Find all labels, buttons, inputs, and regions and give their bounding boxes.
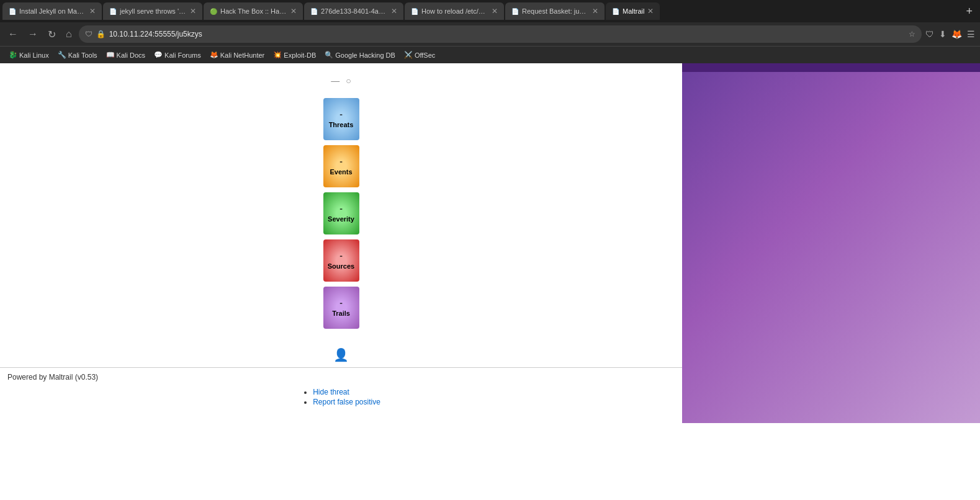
tab-label: Maltrail: [623, 7, 644, 15]
home-button[interactable]: ⌂: [63, 27, 75, 41]
bookmark-kali-tools[interactable]: 🔧 Kali Tools: [54, 50, 101, 60]
tab-tab4[interactable]: 📄 276de133-8401-4a33-9d19-c ✕: [304, 2, 403, 20]
tab-tab6[interactable]: 📄 Request Basket: ju5kzys ✕: [505, 2, 605, 20]
nav-bar: ← → ↻ ⌂ 🛡 🔒 10.10.11.224:55555/ju5kzys ☆…: [0, 22, 980, 46]
stat-box-sources[interactable]: - Sources: [323, 239, 359, 282]
bookmark-kali-linux[interactable]: 🐉 Kali Linux: [5, 50, 53, 60]
tab-close-button[interactable]: ✕: [89, 7, 96, 16]
menu-icon[interactable]: ☰: [967, 29, 975, 39]
reload-button[interactable]: ↻: [45, 27, 59, 42]
forward-button[interactable]: →: [25, 27, 41, 41]
bookmark-kali-docs[interactable]: 📖 Kali Docs: [102, 50, 149, 60]
tab-close-button[interactable]: ✕: [391, 7, 397, 16]
toggle-row: — ○: [331, 76, 351, 86]
address-bar[interactable]: 🛡 🔒 10.10.11.224:55555/ju5kzys ☆: [79, 25, 922, 43]
bookmark-kali-forums[interactable]: 💬 Kali Forums: [150, 50, 205, 60]
bookmark-icon: 🔧: [58, 51, 66, 59]
stat-label-trails: Trails: [332, 310, 350, 317]
stat-value-events: -: [339, 157, 343, 166]
stat-box-trails[interactable]: - Trails: [323, 287, 359, 329]
nav-right-icons: 🛡 ⬇ 🦊 ☰: [925, 29, 975, 39]
stat-box-severity[interactable]: - Severity: [323, 192, 359, 234]
tab-favicon: 📄: [511, 8, 519, 15]
bookmark-icon: 🦊: [210, 51, 218, 59]
tab-favicon: 📄: [411, 8, 418, 15]
bookmark-label: Kali Forums: [164, 51, 201, 59]
stat-label-sources: Sources: [328, 262, 354, 270]
shield-right-icon: 🛡: [925, 29, 934, 39]
stat-value-severity: -: [339, 204, 343, 213]
bookmark-label: Google Hacking DB: [335, 51, 395, 59]
bookmark-kali-nethunter[interactable]: 🦊 Kali NetHunter: [206, 50, 269, 60]
bookmark-label: Kali Linux: [19, 51, 49, 59]
right-panel: [682, 63, 980, 423]
footer-area: 👤 Powered by Maltrail (v0.53) Hide threa…: [0, 341, 682, 410]
browser-chrome: 📄 Install Jekyll on Mac | Jeky ✕📄 jekyll…: [0, 0, 980, 63]
report-icon[interactable]: 👤: [333, 347, 349, 362]
bookmarks-bar: 🐉 Kali Linux🔧 Kali Tools📖 Kali Docs💬 Kal…: [0, 46, 980, 63]
bookmark-label: Exploit-DB: [284, 51, 316, 59]
page-content: — ○ - Threats- Events- Severity- Sources…: [0, 63, 980, 423]
tab-label: Install Jekyll on Mac | Jeky: [19, 7, 86, 15]
bookmark-label: Kali Docs: [117, 51, 145, 59]
tab-label: Hack The Box :: Hack The: [220, 7, 287, 15]
stat-boxes: - Threats- Events- Severity- Sources- Tr…: [323, 98, 359, 329]
tab-close-button[interactable]: ✕: [492, 7, 498, 16]
bookmark-label: Kali Tools: [68, 51, 97, 59]
tab-tab3[interactable]: 🟢 Hack The Box :: Hack The ✕: [204, 2, 303, 20]
bookmark-icon: 🔍: [325, 51, 333, 59]
bookmark-icon: 🐉: [9, 51, 17, 59]
right-panel-header: [682, 63, 980, 72]
stat-label-events: Events: [330, 168, 352, 176]
tab-favicon: 📄: [109, 8, 117, 15]
bookmark-google-hacking-db[interactable]: 🔍 Google Hacking DB: [321, 50, 399, 60]
footer-links: Hide threatReport false positive: [294, 385, 388, 410]
tab-favicon: 🟢: [210, 8, 217, 15]
address-text: 10.10.11.224:55555/ju5kzys: [109, 30, 905, 38]
stat-box-threats[interactable]: - Threats: [323, 98, 359, 140]
tab-tab5[interactable]: 📄 How to reload /etc/hosts ✕: [405, 2, 504, 20]
footer-link-anchor[interactable]: Report false positive: [313, 398, 380, 406]
tab-favicon: 📄: [310, 8, 318, 15]
bookmark-offsec[interactable]: ⚔️ OffSec: [400, 50, 439, 60]
tab-close-button[interactable]: ✕: [290, 7, 297, 16]
bookmark-icon: 💬: [154, 51, 163, 59]
tab-bar: 📄 Install Jekyll on Mac | Jeky ✕📄 jekyll…: [0, 0, 980, 22]
footer-link-anchor[interactable]: Hide threat: [313, 388, 349, 396]
footer-link-hide-threat[interactable]: Hide threat: [313, 388, 380, 396]
bookmark-exploit-db[interactable]: 💥 Exploit-DB: [269, 50, 320, 60]
tab-close-button[interactable]: ✕: [592, 7, 598, 16]
stat-value-trails: -: [339, 298, 343, 307]
tab-label: 276de133-8401-4a33-9d19-c: [321, 7, 388, 15]
toggle-circle-icon[interactable]: ○: [346, 76, 351, 86]
download-icon[interactable]: ⬇: [939, 29, 946, 39]
tab-label: jekyll serve throws 'no imp: [120, 7, 187, 15]
main-area: — ○ - Threats- Events- Severity- Sources…: [0, 63, 682, 423]
stat-value-threats: -: [339, 110, 343, 118]
stat-label-severity: Severity: [328, 215, 354, 223]
back-button[interactable]: ←: [5, 27, 21, 41]
tab-favicon: 📄: [612, 8, 619, 15]
tab-tab1[interactable]: 📄 Install Jekyll on Mac | Jeky ✕: [2, 2, 102, 20]
toggle-dash-icon[interactable]: —: [331, 76, 339, 86]
tab-close-button[interactable]: ✕: [647, 7, 654, 16]
tab-tab2[interactable]: 📄 jekyll serve throws 'no imp ✕: [103, 2, 202, 20]
firefox-icon: 🦊: [951, 29, 962, 39]
tab-tab7[interactable]: 📄 Maltrail ✕: [606, 2, 660, 20]
stat-label-threats: Threats: [329, 121, 354, 128]
star-icon[interactable]: ☆: [909, 30, 915, 38]
new-tab-button[interactable]: +: [961, 5, 978, 18]
footer-link-report-false-positive[interactable]: Report false positive: [313, 398, 380, 406]
tab-label: Request Basket: ju5kzys: [522, 7, 589, 15]
tab-close-button[interactable]: ✕: [190, 7, 196, 16]
shield-icon: 🛡: [85, 30, 92, 38]
tab-favicon: 📄: [9, 8, 16, 15]
lock-icon: 🔒: [96, 30, 106, 38]
bookmark-icon: 💥: [273, 51, 282, 59]
stat-value-sources: -: [339, 251, 343, 260]
powered-by-text: Powered by Maltrail (v0.53): [0, 367, 682, 385]
bookmark-label: OffSec: [415, 51, 435, 59]
bookmark-icon: ⚔️: [404, 51, 413, 59]
stat-box-events[interactable]: - Events: [323, 145, 359, 187]
tab-label: How to reload /etc/hosts: [421, 7, 488, 15]
